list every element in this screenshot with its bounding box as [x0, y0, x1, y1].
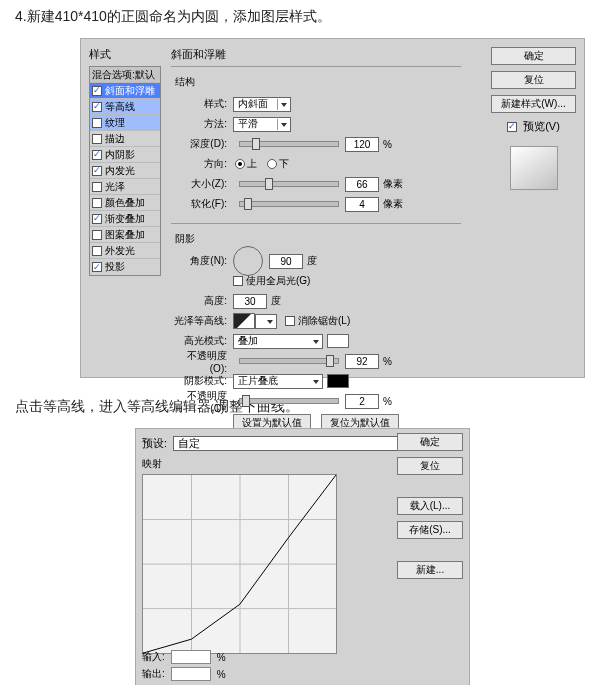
style-item-patoverlay[interactable]: 图案叠加 [90, 227, 160, 243]
structure-group: 结构 样式:内斜面 方法:平滑 深度(D):% 方向:上下 大小(Z):像素 软… [171, 66, 461, 223]
direction-label: 方向: [171, 157, 227, 171]
new-style-button[interactable]: 新建样式(W)... [491, 95, 576, 113]
size-label: 大小(Z): [171, 177, 227, 191]
angle-label: 角度(N): [171, 254, 227, 268]
contour-editor-panel: 预设: 自定 确定 复位 载入(L)... 存储(S)... 新建... 映射 … [135, 428, 470, 685]
soften-input[interactable] [345, 197, 379, 212]
step-4-text: 4.新建410*410的正圆命名为内圆，添加图层样式。 [15, 8, 585, 26]
style-item-stroke[interactable]: 描边 [90, 131, 160, 147]
checkbox-icon[interactable] [92, 102, 102, 112]
depth-input[interactable] [345, 137, 379, 152]
method-label: 方法: [171, 117, 227, 131]
style-select[interactable]: 内斜面 [233, 97, 291, 112]
direction-up-radio[interactable] [235, 159, 245, 169]
shadow-color-swatch[interactable] [327, 374, 349, 388]
load-button[interactable]: 载入(L)... [397, 497, 463, 515]
checkbox-icon[interactable] [92, 198, 102, 208]
style-item-contour[interactable]: 等高线 [90, 99, 160, 115]
checkbox-icon[interactable] [92, 118, 102, 128]
style-item-texture[interactable]: 纹理 [90, 115, 160, 131]
style-item-gradoverlay[interactable]: 渐变叠加 [90, 211, 160, 227]
soften-slider[interactable] [239, 201, 339, 207]
shadow-mode-select[interactable]: 正片叠底 [233, 374, 323, 389]
save-button[interactable]: 存储(S)... [397, 521, 463, 539]
style-item-dropshadow[interactable]: 投影 [90, 259, 160, 275]
style-item-innerglow[interactable]: 内发光 [90, 163, 160, 179]
input-pct: % [217, 652, 226, 663]
soften-label: 软化(F): [171, 197, 227, 211]
new-button[interactable]: 新建... [397, 561, 463, 579]
shadow-group: 阴影 角度(N):度 使用全局光(G) 高度:度 光泽等高线:消除锯齿(L) 高… [171, 223, 461, 442]
curve-canvas[interactable] [142, 474, 337, 654]
styles-list-title: 样式 [89, 47, 161, 62]
angle-dial[interactable] [233, 246, 263, 276]
preview-checkbox[interactable] [507, 122, 517, 132]
contour-footer: 输入:% 输出:% [142, 650, 226, 681]
input-label: 输入: [142, 650, 165, 664]
shadow-opacity-slider[interactable] [239, 398, 339, 404]
checkbox-icon[interactable] [92, 246, 102, 256]
himode-label: 高光模式: [171, 334, 227, 348]
checkbox-icon[interactable] [92, 166, 102, 176]
preset-label: 预设: [142, 436, 167, 451]
size-input[interactable] [345, 177, 379, 192]
checkbox-icon[interactable] [92, 230, 102, 240]
ok-button[interactable]: 确定 [397, 433, 463, 451]
shmode-label: 阴影模式: [171, 374, 227, 388]
checkbox-icon[interactable] [92, 262, 102, 272]
altitude-input[interactable] [233, 294, 267, 309]
size-unit: 像素 [383, 177, 403, 191]
angle-unit: 度 [307, 254, 317, 268]
highlight-opacity-slider[interactable] [239, 358, 339, 364]
contour-body: 映射 [142, 457, 337, 654]
map-title: 映射 [142, 457, 337, 471]
section-title: 斜面和浮雕 [171, 47, 461, 62]
antialias-checkbox[interactable] [285, 316, 295, 326]
highlight-opacity-input[interactable] [345, 354, 379, 369]
gloss-contour-swatch[interactable] [233, 313, 255, 329]
styles-list: 混合选项:默认 斜面和浮雕 等高线 纹理 描边 内阴影 内发光 光泽 颜色叠加 … [89, 66, 161, 276]
style-item-blend[interactable]: 混合选项:默认 [90, 67, 160, 83]
style-item-coloroverlay[interactable]: 颜色叠加 [90, 195, 160, 211]
depth-slider[interactable] [239, 141, 339, 147]
output-pct: % [217, 669, 226, 680]
shop-unit: % [383, 396, 392, 407]
global-light-checkbox[interactable] [233, 276, 243, 286]
angle-input[interactable] [269, 254, 303, 269]
style-item-satin[interactable]: 光泽 [90, 179, 160, 195]
preview-label: 预览(V) [523, 119, 560, 134]
highlight-mode-select[interactable]: 叠加 [233, 334, 323, 349]
shop-label: 不透明度(C): [171, 389, 227, 414]
checkbox-icon[interactable] [92, 134, 102, 144]
direction-down-radio[interactable] [267, 159, 277, 169]
curve-line-icon [143, 475, 336, 653]
contour-right-buttons: 确定 复位 载入(L)... 存储(S)... 新建... [397, 433, 463, 579]
size-slider[interactable] [239, 181, 339, 187]
cancel-button[interactable]: 复位 [397, 457, 463, 475]
style-item-innershadow[interactable]: 内阴影 [90, 147, 160, 163]
depth-label: 深度(D): [171, 137, 227, 151]
gloss-label: 光泽等高线: [171, 314, 227, 328]
method-select[interactable]: 平滑 [233, 117, 291, 132]
checkbox-icon[interactable] [92, 214, 102, 224]
style-item-bevel[interactable]: 斜面和浮雕 [90, 83, 160, 99]
highlight-color-swatch[interactable] [327, 334, 349, 348]
checkbox-icon[interactable] [92, 150, 102, 160]
structure-title: 结构 [175, 75, 461, 89]
style-item-outerglow[interactable]: 外发光 [90, 243, 160, 259]
checkbox-icon[interactable] [92, 86, 102, 96]
ok-button[interactable]: 确定 [491, 47, 576, 65]
gloss-contour-dropdown[interactable] [255, 314, 277, 329]
checkbox-icon[interactable] [92, 182, 102, 192]
depth-unit: % [383, 139, 392, 150]
style-label: 样式: [171, 97, 227, 111]
output-value[interactable] [171, 667, 211, 681]
soften-unit: 像素 [383, 197, 403, 211]
input-value[interactable] [171, 650, 211, 664]
right-button-column: 确定 复位 新建样式(W)... 预览(V) [491, 47, 576, 190]
cancel-button[interactable]: 复位 [491, 71, 576, 89]
shadow-opacity-input[interactable] [345, 394, 379, 409]
shadow-title: 阴影 [175, 232, 461, 246]
bevel-settings: 斜面和浮雕 结构 样式:内斜面 方法:平滑 深度(D):% 方向:上下 大小(Z… [171, 47, 461, 442]
styles-list-container: 样式 混合选项:默认 斜面和浮雕 等高线 纹理 描边 内阴影 内发光 光泽 颜色… [89, 47, 161, 276]
